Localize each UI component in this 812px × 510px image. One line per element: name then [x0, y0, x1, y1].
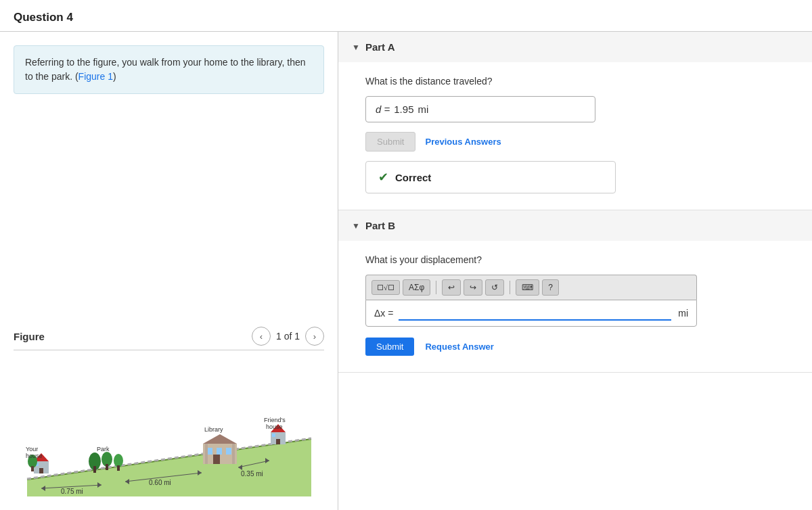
greek-icon: ΑΣφ: [409, 283, 424, 292]
part-a-answer-unit: mi: [418, 103, 428, 115]
greek-symbols-button[interactable]: ΑΣφ: [403, 279, 430, 296]
svg-rect-8: [31, 466, 34, 471]
redo-button[interactable]: ↪: [464, 279, 482, 296]
prev-figure-button[interactable]: ‹: [252, 327, 271, 346]
svg-rect-30: [272, 434, 275, 437]
part-a-previous-answers-link[interactable]: Previous Answers: [425, 137, 501, 147]
reset-button[interactable]: ↺: [485, 279, 504, 296]
reset-icon: ↺: [491, 283, 498, 292]
undo-icon: ↩: [448, 283, 455, 292]
right-panel: ▼ Part A What is the distance traveled? …: [338, 32, 812, 510]
math-prefix: Δx =: [374, 308, 393, 319]
part-a-correct-box: ✔ Correct: [365, 161, 616, 193]
figure-svg: Your house Park: [20, 361, 318, 496]
part-b-header[interactable]: ▼ Part B: [338, 210, 812, 241]
undo-button[interactable]: ↩: [442, 279, 461, 296]
svg-rect-29: [276, 439, 280, 444]
part-b-submit-button[interactable]: Submit: [365, 338, 414, 356]
svg-rect-21: [217, 448, 222, 455]
part-b-bottom-row: Submit Request Answer: [365, 338, 785, 356]
main-content: Referring to the figure, you walk from y…: [0, 32, 812, 510]
part-b-body: What is your displacement? √: [338, 241, 812, 372]
question-header: Question 4: [0, 0, 812, 32]
part-a-title: Part A: [365, 41, 395, 53]
figure-header: Figure ‹ 1 of 1 ›: [14, 327, 324, 350]
keyboard-button[interactable]: ⌨: [516, 279, 539, 296]
toolbar-separator: [436, 281, 436, 294]
redo-icon: ↪: [470, 283, 476, 292]
part-b-answer-input[interactable]: [399, 306, 671, 321]
next-figure-button[interactable]: ›: [305, 327, 324, 346]
svg-text:Your: Your: [26, 446, 38, 453]
help-button[interactable]: ?: [542, 279, 559, 296]
problem-statement: Referring to the figure, you walk from y…: [14, 45, 324, 94]
part-a-answer-label: d =: [376, 103, 390, 115]
part-a-submit-button[interactable]: Submit: [365, 132, 415, 152]
svg-text:0.35 mi: 0.35 mi: [241, 470, 263, 478]
correct-check-icon: ✔: [378, 170, 388, 185]
page-container: Question 4 Referring to the figure, you …: [0, 0, 812, 510]
math-toolbar: √ ΑΣφ ↩: [365, 275, 697, 300]
svg-rect-23: [213, 455, 220, 464]
part-a-body: What is the distance traveled? d = 1.95 …: [338, 62, 812, 210]
svg-rect-16: [117, 465, 120, 471]
math-input-row: Δx = mi: [365, 300, 697, 327]
part-b-section: ▼ Part B What is your displacement?: [338, 210, 812, 373]
svg-text:house: house: [266, 423, 283, 430]
keyboard-icon: ⌨: [522, 283, 533, 292]
svg-text:0.60 mi: 0.60 mi: [149, 479, 171, 486]
help-icon: ?: [548, 283, 553, 292]
svg-text:house: house: [26, 453, 43, 459]
svg-text:Park: Park: [97, 446, 110, 453]
svg-text:0.75 mi: 0.75 mi: [61, 488, 83, 495]
part-b-title: Part B: [365, 220, 395, 231]
svg-rect-22: [226, 448, 231, 455]
svg-rect-20: [207, 448, 212, 455]
part-a-header[interactable]: ▼ Part A: [338, 32, 812, 62]
part-a-answer-box: d = 1.95 mi: [365, 96, 595, 122]
figure-count: 1 of 1: [276, 331, 300, 342]
svg-rect-14: [106, 464, 108, 470]
figure-illustration: Your house Park: [20, 361, 318, 496]
figure-nav: ‹ 1 of 1 ›: [252, 327, 324, 346]
request-answer-link[interactable]: Request Answer: [425, 342, 493, 352]
part-a-section: ▼ Part A What is the distance traveled? …: [338, 32, 812, 210]
figure-link[interactable]: Figure 1: [78, 71, 113, 82]
math-suffix: mi: [678, 308, 688, 319]
svg-rect-24: [205, 444, 208, 464]
part-b-chevron-icon: ▼: [352, 221, 360, 231]
part-b-question: What is your displacement?: [365, 254, 785, 265]
problem-text: Referring to the figure, you walk from y…: [25, 57, 306, 82]
math-input-container: √ ΑΣφ ↩: [365, 275, 697, 327]
part-a-answer-value: 1.95: [394, 103, 413, 115]
svg-rect-5: [39, 468, 43, 473]
svg-text:Friend's: Friend's: [264, 417, 286, 423]
part-a-submit-row: Submit Previous Answers: [365, 132, 785, 152]
part-a-question: What is the distance traveled?: [365, 76, 785, 87]
question-title: Question 4: [14, 11, 73, 24]
left-panel: Referring to the figure, you walk from y…: [0, 32, 338, 510]
svg-text:Library: Library: [204, 426, 223, 433]
figure-label: Figure: [14, 331, 45, 342]
svg-marker-19: [203, 434, 237, 444]
correct-text: Correct: [395, 172, 431, 183]
svg-rect-12: [93, 466, 96, 473]
figure-section: Figure ‹ 1 of 1 ›: [14, 327, 324, 496]
fraction-sqrt-button[interactable]: √: [371, 280, 400, 295]
toolbar-separator-2: [510, 281, 510, 294]
fraction-icon: √: [378, 283, 394, 292]
svg-rect-25: [232, 444, 235, 464]
part-a-chevron-icon: ▼: [352, 43, 360, 52]
